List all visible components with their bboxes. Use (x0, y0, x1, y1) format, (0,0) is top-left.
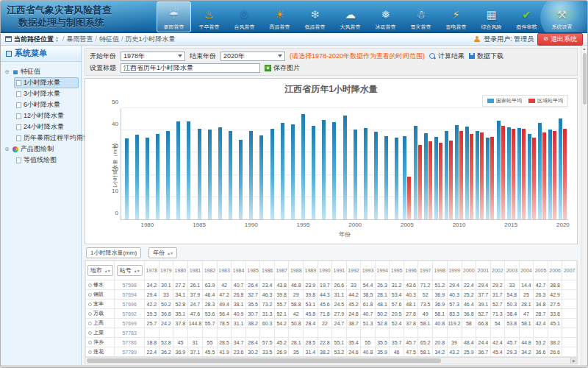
bar-regional-2011[interactable] (470, 134, 473, 219)
bar-national-2011[interactable] (465, 127, 469, 219)
bar-regional-2013[interactable] (490, 137, 494, 219)
bar-national-1994[interactable] (291, 124, 295, 219)
toolbar-item-雪灾普查[interactable]: ☃雪灾普查 (404, 1, 438, 32)
city-cell[interactable]: 莲花 (86, 347, 115, 357)
bar-national-2006[interactable] (414, 126, 417, 219)
year-dimension-pill[interactable]: 年份 ▲▼ (148, 247, 177, 258)
bar-national-2013[interactable] (486, 138, 490, 219)
bar-national-1982[interactable] (166, 131, 170, 219)
toolbar-item-大风普查[interactable]: ☁大风普查 (333, 1, 368, 32)
breadcrumb-item[interactable]: 历史1小时降水量 (126, 35, 176, 43)
city-cell[interactable]: 修水 (86, 280, 115, 290)
bar-national-2007[interactable] (424, 133, 428, 219)
tree-node-特征值[interactable]: ⊕特征值 (4, 66, 79, 77)
bar-national-2019[interactable] (548, 130, 552, 219)
toolbar-item-冰雹普查[interactable]: ❅冰雹普查 (368, 1, 403, 32)
bar-national-2012[interactable] (476, 131, 479, 219)
download-button[interactable]: 数据下载 (469, 52, 503, 61)
bar-regional-2014[interactable] (501, 126, 505, 219)
station-sort-pill[interactable]: 站号 ▲▼ (117, 265, 143, 276)
row-radio-icon[interactable] (88, 341, 92, 344)
city-cell[interactable]: 萍乡 (86, 338, 115, 347)
toolbar-item-综合风险[interactable]: ▦综合风险 (474, 1, 509, 32)
horizontal-scrollbar[interactable]: ▶ (85, 357, 578, 364)
bar-regional-2009[interactable] (449, 141, 453, 220)
row-radio-icon[interactable] (88, 312, 92, 316)
city-cell[interactable]: 安福 (86, 357, 115, 358)
tree-leaf-3小时降水量[interactable]: 3小时降水量 (14, 88, 79, 99)
bar-national-1996[interactable] (312, 126, 315, 219)
bar-national-2003[interactable] (384, 136, 388, 219)
tree-leaf-等值线绘图[interactable]: 等值线绘图 (14, 155, 79, 166)
toolbar-item-台风普查[interactable]: ⚙台风普查 (227, 1, 262, 32)
bar-national-2014[interactable] (497, 121, 501, 219)
toolbar-item-暴雨普查[interactable]: ☔暴雨普查 (157, 1, 191, 32)
bar-national-2018[interactable] (538, 123, 542, 219)
bar-national-2004[interactable] (395, 138, 398, 219)
bar-regional-2010[interactable] (459, 131, 463, 219)
row-radio-icon[interactable] (88, 302, 92, 306)
bar-national-1989[interactable] (239, 140, 243, 219)
bar-national-2020[interactable] (559, 118, 562, 219)
bar-regional-2007[interactable] (429, 141, 432, 219)
toolbar-item-低温普查[interactable]: ❄低温普查 (298, 1, 332, 32)
row-radio-icon[interactable] (88, 331, 92, 335)
calculate-button[interactable]: 计算结果 (429, 52, 465, 61)
bar-regional-2012[interactable] (480, 132, 484, 219)
bar-national-1983[interactable] (176, 121, 180, 219)
bar-regional-2020[interactable] (563, 129, 567, 219)
tree-leaf-12小时降水量[interactable]: 12小时降水量 (14, 110, 79, 121)
scroll-up-arrow[interactable]: ▲ (583, 46, 587, 52)
bar-regional-2017[interactable] (532, 138, 536, 219)
save-image-button[interactable]: 保存图片 (265, 63, 300, 73)
scroll-right-arrow[interactable]: ▶ (570, 358, 577, 364)
breadcrumb-item[interactable]: 暴雨普查 (67, 35, 93, 43)
vertical-scrollbar-thumb[interactable] (583, 53, 587, 105)
bar-national-2000[interactable] (354, 130, 357, 219)
horizontal-scrollbar-thumb[interactable] (87, 358, 441, 363)
tree-leaf-6小时降水量[interactable]: 6小时降水量 (14, 99, 79, 110)
city-cell[interactable]: 上栗 (86, 328, 115, 338)
bar-national-1980[interactable] (146, 138, 149, 219)
tree-node-产品图绘制[interactable]: ⊕产品图绘制 (4, 144, 79, 155)
bar-national-2005[interactable] (403, 136, 406, 219)
bar-regional-2008[interactable] (439, 143, 442, 219)
tree-toggle-icon[interactable]: ⊕ (4, 68, 10, 75)
bar-national-1999[interactable] (343, 116, 347, 219)
bar-regional-2018[interactable] (542, 132, 546, 219)
bar-national-1993[interactable] (281, 123, 284, 219)
bar-national-1997[interactable] (322, 120, 326, 219)
bar-national-1985[interactable] (198, 129, 201, 219)
chart-title-input[interactable] (121, 63, 260, 73)
bar-national-2002[interactable] (374, 132, 378, 219)
bar-national-2009[interactable] (445, 131, 448, 219)
bar-national-1986[interactable] (208, 130, 212, 219)
city-cell[interactable]: 宜丰 (86, 300, 115, 309)
bar-national-2010[interactable] (455, 125, 459, 219)
bar-national-2016[interactable] (517, 128, 521, 219)
toolbar-item-雷电普查[interactable]: ⚡雷电普查 (439, 1, 473, 32)
city-cell[interactable]: 上高 (86, 319, 115, 328)
bar-regional-2015[interactable] (512, 129, 515, 219)
bar-national-1991[interactable] (259, 135, 263, 219)
tree-leaf-历年暴雨过程平均雨量[interactable]: 历年暴雨过程平均雨量 (14, 132, 79, 144)
bar-regional-2019[interactable] (553, 131, 556, 219)
toolbar-item-干旱普查[interactable]: ♨干旱普查 (192, 1, 226, 32)
bar-regional-2016[interactable] (522, 129, 526, 219)
bar-national-2001[interactable] (364, 128, 368, 219)
start-year-select[interactable]: 1978年 (121, 52, 185, 61)
bar-national-1995[interactable] (301, 114, 305, 219)
bar-national-1978[interactable] (125, 138, 129, 219)
bar-national-1987[interactable] (218, 127, 222, 219)
bar-national-1990[interactable] (249, 131, 253, 219)
bar-regional-2006[interactable] (418, 145, 422, 219)
city-sort-pill[interactable]: 地市 ▲▼ (87, 265, 113, 276)
bar-national-1998[interactable] (332, 122, 336, 219)
tree-toggle-icon[interactable]: ⊕ (4, 146, 10, 152)
bar-national-1984[interactable] (187, 121, 190, 219)
bar-national-2017[interactable] (528, 134, 531, 219)
row-radio-icon[interactable] (88, 350, 92, 354)
bar-national-1981[interactable] (156, 134, 159, 219)
toolbar-item-图件审核[interactable]: ✔图件审核 (509, 1, 544, 32)
bar-national-1992[interactable] (270, 129, 274, 219)
